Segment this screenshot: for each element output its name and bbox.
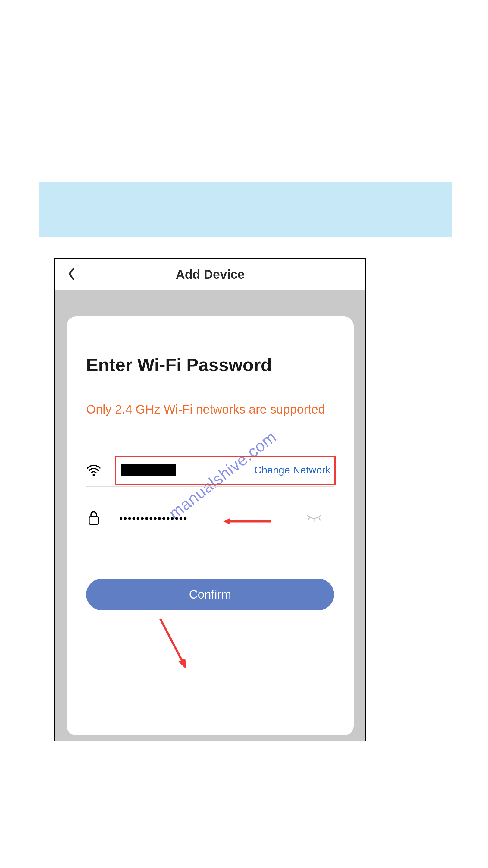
annotation-arrow-confirm — [156, 616, 192, 674]
svg-marker-3 — [223, 518, 230, 525]
confirm-button[interactable]: Confirm — [86, 579, 334, 610]
lock-icon — [86, 510, 104, 527]
ssid-redacted[interactable] — [121, 464, 175, 476]
highlight-banner — [39, 182, 452, 237]
card-heading: Enter Wi-Fi Password — [86, 354, 334, 376]
svg-line-6 — [319, 518, 320, 520]
chevron-left-icon — [67, 267, 76, 281]
wifi-warning-text: Only 2.4 GHz Wi-Fi networks are supporte… — [86, 401, 334, 417]
phone-screenshot: Add Device manualshive.com Enter Wi-Fi P… — [54, 258, 366, 741]
header-title: Add Device — [55, 267, 365, 282]
eye-closed-icon — [306, 514, 322, 522]
back-button[interactable] — [67, 267, 76, 282]
toggle-password-visibility[interactable] — [306, 514, 322, 523]
ssid-row: Change Network — [86, 460, 334, 487]
svg-rect-1 — [89, 517, 98, 524]
change-network-link[interactable]: Change Network — [254, 464, 330, 476]
svg-marker-8 — [178, 658, 187, 670]
svg-line-4 — [308, 518, 310, 520]
svg-point-0 — [93, 474, 95, 476]
app-header: Add Device — [55, 259, 365, 290]
password-field[interactable]: •••••••••••••••• — [119, 513, 188, 524]
wifi-setup-card: manualshive.com Enter Wi-Fi Password Onl… — [67, 316, 354, 735]
wifi-icon — [86, 462, 104, 478]
password-row: •••••••••••••••• — [86, 505, 334, 532]
svg-line-7 — [160, 619, 184, 664]
annotation-arrow-password — [223, 517, 271, 527]
